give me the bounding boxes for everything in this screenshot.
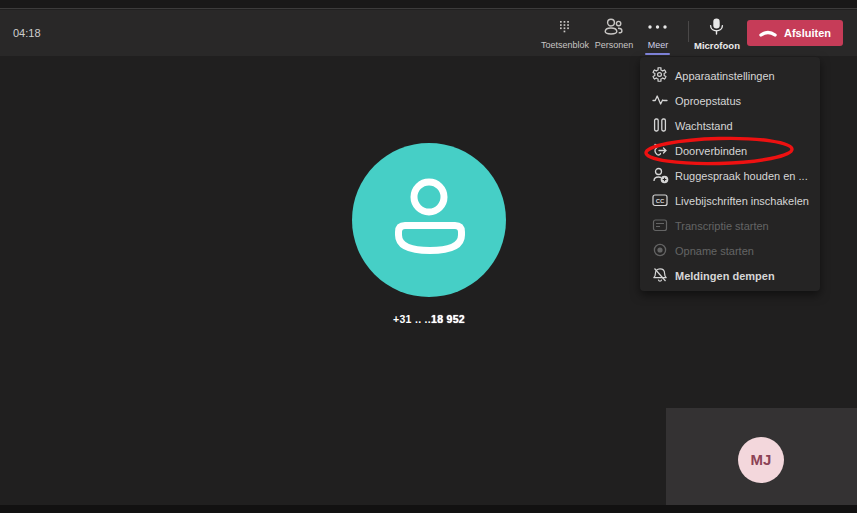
svg-text:CC: CC (656, 198, 665, 204)
